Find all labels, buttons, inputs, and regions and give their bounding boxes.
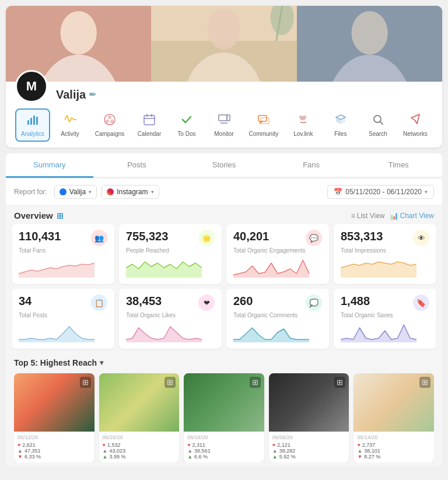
post-thumbnail[interactable]: ⊞: [354, 373, 434, 432]
account-name: Valija: [69, 188, 86, 196]
post-hearts-row: ♥ 2,311: [187, 442, 261, 448]
nav-item-files[interactable]: Files: [323, 108, 358, 142]
camera-icon: ⊞: [80, 377, 91, 388]
tab-posts[interactable]: Posts: [93, 153, 181, 178]
account-dropdown[interactable]: Valija ▾: [54, 185, 97, 199]
nav-item-todos[interactable]: To Dos: [169, 108, 204, 142]
post-pct-row: ▲ 3.99 %: [103, 454, 176, 460]
post-stats: 05/14/20 ♥ 2,737 ▲ 38,101 ▼ 8.27 %: [354, 432, 434, 463]
top5-chevron-icon[interactable]: ▾: [100, 359, 103, 367]
chart-view-button[interactable]: 📊 Chart View: [390, 212, 434, 220]
svg-point-19: [110, 120, 114, 123]
stat-card: 34 📋 Total Posts: [12, 289, 114, 349]
posts-grid: ⊞ 05/12/20 ♥ 2,621 ▲ 47,351 ▼ 6.33 % ⊞ 0…: [14, 373, 434, 463]
nav-item-monitor[interactable]: Monitor: [206, 108, 242, 142]
post-pct: 6.6 %: [194, 454, 208, 460]
calendar-icon: 📅: [334, 188, 342, 196]
post-reach-row: ▲ 38,101: [357, 448, 430, 454]
stat-header: 38,453 ❤: [126, 295, 215, 311]
post-thumbnail[interactable]: ⊞: [184, 373, 264, 432]
pct-arrow-icon: ▲: [103, 454, 108, 460]
nav-label-calendar: Calendar: [138, 131, 162, 137]
nav-label-todos: To Dos: [177, 131, 195, 137]
stat-value: 1,488: [341, 295, 370, 308]
post-thumbnail[interactable]: ⊞: [14, 373, 94, 432]
tab-times[interactable]: Times: [355, 153, 442, 178]
main-content: SummaryPostsStoriesFansTimes Report for:…: [6, 153, 442, 467]
post-hearts: 2,737: [362, 442, 376, 448]
chart-icon: 📊: [390, 212, 398, 220]
post-hearts: 2,311: [192, 442, 206, 448]
post-stats: 05/16/20 ♥ 2,311 ▲ 38,561 ▲ 6.6 %: [184, 432, 264, 463]
post-thumbnail[interactable]: ⊞: [99, 373, 180, 432]
heart-icon: ♥: [103, 442, 106, 448]
stat-header: 755,323 🌟: [126, 230, 215, 246]
nav-label-monitor: Monitor: [214, 131, 233, 137]
nav-item-analytics[interactable]: Analytics: [15, 108, 50, 142]
nav-item-activity[interactable]: Activity: [52, 108, 88, 142]
post-card: ⊞ 05/16/20 ♥ 2,311 ▲ 38,561 ▲ 6.6 %: [184, 373, 264, 463]
stat-card: 1,488 🔖 Total Organic Saves: [334, 289, 436, 349]
nav-item-networks[interactable]: Networks: [398, 108, 433, 142]
svg-rect-15: [36, 117, 38, 125]
mini-chart: [126, 322, 215, 342]
stat-label: Total Impressions: [341, 247, 429, 254]
stat-label: Total Organic Likes: [126, 312, 215, 318]
nav-label-search: Search: [369, 131, 387, 137]
post-hearts: 2,621: [22, 442, 36, 448]
stat-label: People Reached: [126, 247, 215, 254]
stat-card: 38,453 ❤ Total Organic Likes: [119, 289, 222, 349]
activity-icon: [64, 113, 76, 129]
edit-profile-icon[interactable]: ✏: [89, 90, 96, 99]
platform-name: Instagram: [117, 188, 148, 196]
stat-value: 853,313: [341, 230, 383, 243]
stat-header: 260 💭: [233, 295, 322, 311]
nav-item-community[interactable]: Community: [244, 108, 284, 142]
nav-item-search[interactable]: Search: [360, 108, 396, 142]
post-reach-row: ▲ 38,561: [187, 448, 261, 454]
post-pct-row: ▲ 5.92 %: [272, 454, 346, 460]
post-reach: 38,282: [279, 448, 296, 454]
nav-item-lovlink[interactable]: Lov.link: [286, 108, 321, 142]
view-toggle: ≡ List View 📊 Chart View: [351, 212, 434, 220]
tab-stories[interactable]: Stories: [180, 153, 268, 178]
post-pct: 3.99 %: [110, 454, 126, 460]
tab-summary[interactable]: Summary: [6, 153, 93, 178]
pct-arrow-icon: ▲: [187, 454, 192, 460]
stat-card: 260 💭 Total Organic Comments: [226, 289, 329, 349]
post-thumbnail[interactable]: ⊞: [269, 373, 349, 432]
community-icon: [257, 113, 270, 129]
platform-dropdown[interactable]: Instagram ▾: [102, 185, 159, 199]
mini-chart: [233, 257, 322, 278]
list-view-button[interactable]: ≡ List View: [351, 212, 385, 220]
profile-name: Valija ✏: [56, 88, 96, 101]
stat-label: Total Organic Saves: [341, 312, 429, 318]
svg-rect-12: [27, 120, 29, 125]
calendar-icon: [143, 113, 156, 129]
nav-label-analytics: Analytics: [21, 131, 44, 137]
nav-item-campaigns[interactable]: Campaigns: [90, 108, 130, 142]
post-date: 05/14/20: [357, 435, 430, 440]
tab-fans[interactable]: Fans: [268, 153, 355, 178]
svg-rect-13: [30, 118, 32, 125]
svg-rect-28: [261, 118, 269, 124]
post-stats: 06/06/20 ♥ 2,121 ▲ 38,282 ▲ 5.92 %: [269, 432, 349, 463]
reach-icon: ▲: [357, 448, 362, 454]
cover-section-3: [297, 6, 442, 82]
nav-label-community: Community: [249, 131, 279, 137]
post-card: ⊞ 05/25/20 ♥ 1,532 ▲ 43,023 ▲ 3.99 %: [99, 373, 180, 463]
nav-item-calendar[interactable]: Calendar: [132, 108, 167, 142]
date-range-picker[interactable]: 📅 05/11/2020 - 06/11/2020 ▾: [327, 185, 434, 199]
analytics-icon: [26, 113, 39, 129]
cover-photo: [6, 6, 442, 82]
campaigns-icon: [103, 113, 116, 129]
svg-rect-27: [258, 115, 267, 121]
lovlink-icon: [297, 113, 310, 129]
post-date: 05/12/20: [18, 435, 91, 440]
svg-rect-20: [144, 115, 155, 125]
mini-chart: [19, 322, 107, 342]
svg-point-17: [108, 115, 111, 119]
stat-label: Total Organic Comments: [233, 312, 322, 318]
monitor-icon: [218, 113, 230, 129]
svg-rect-25: [227, 115, 230, 121]
